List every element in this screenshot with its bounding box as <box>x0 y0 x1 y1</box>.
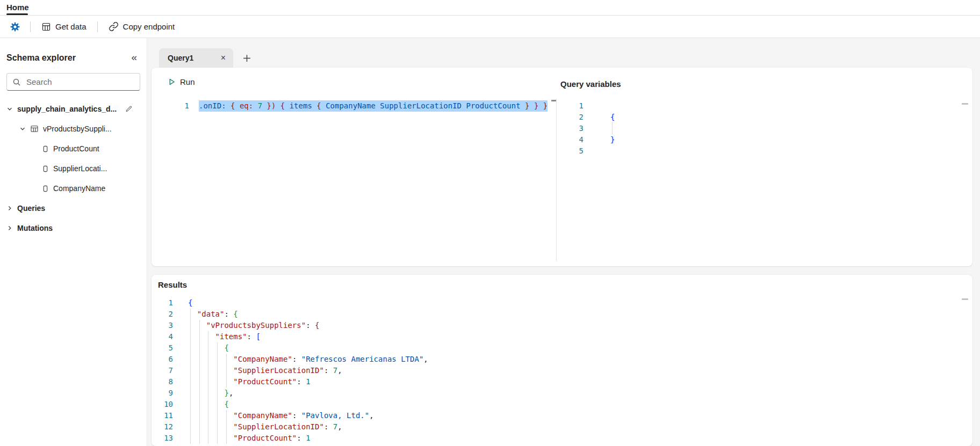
line-number: 1 <box>152 297 173 309</box>
search-box <box>6 73 140 91</box>
settings-button[interactable] <box>5 18 25 35</box>
schema-explorer-title: Schema explorer <box>6 53 76 63</box>
code-text: { <box>188 297 192 309</box>
code-text: "SupplierLocationID": 7, <box>188 365 342 376</box>
active-tab-indicator <box>6 13 28 15</box>
tree-item-mutations[interactable]: Mutations <box>6 220 140 237</box>
code-line[interactable]: 1.onID: { eq: 7 }) { items { CompanyName… <box>163 100 551 112</box>
tree-item-field[interactable]: SupplierLocati... <box>6 160 140 177</box>
code-line[interactable]: 5 { <box>152 342 959 354</box>
tab-query1[interactable]: Query1 × <box>159 48 233 68</box>
code-line[interactable]: 4} <box>571 134 947 145</box>
code-line[interactable]: 2{ <box>571 112 947 123</box>
tree-item-label: Queries <box>17 204 45 213</box>
code-line[interactable]: 5 <box>571 145 947 157</box>
code-text: "vProductsbySuppliers": { <box>188 320 319 331</box>
chevron-down-icon[interactable] <box>19 126 26 132</box>
line-number: 2 <box>571 112 583 123</box>
schema-explorer-panel: Schema explorer « supply_chain_analytics… <box>0 38 147 446</box>
code-line[interactable]: 6 "CompanyName": "Refrescos Americanas L… <box>152 354 959 365</box>
add-tab-button[interactable] <box>240 51 254 65</box>
query-editor[interactable]: 1.onID: { eq: 7 }) { items { CompanyName… <box>163 100 551 112</box>
get-data-icon <box>41 22 51 32</box>
line-number: 6 <box>152 354 173 365</box>
schema-tree: supply_chain_analytics_d... v <box>6 100 140 237</box>
tree-item-label: supply_chain_analytics_d... <box>17 105 117 113</box>
toolbar-separator <box>30 21 31 32</box>
toolbar-separator <box>97 21 98 32</box>
ribbon-tab-strip: Home <box>0 0 980 16</box>
tree-item-label: Mutations <box>17 224 53 232</box>
get-data-label: Get data <box>55 22 87 31</box>
code-line[interactable]: 10 { <box>152 399 959 410</box>
table-icon <box>30 125 39 133</box>
line-number: 5 <box>152 342 173 354</box>
tree-item-label: vProductsbySuppli... <box>43 125 112 133</box>
code-text: .onID: { eq: 7 }) { items { CompanyName … <box>199 100 547 112</box>
code-line[interactable]: 2 "data": { <box>152 309 959 320</box>
line-number: 12 <box>152 421 173 433</box>
code-line[interactable]: 8 "ProductCount": 1 <box>152 376 959 387</box>
code-line[interactable]: 9 }, <box>152 387 959 399</box>
chevron-down-icon[interactable] <box>6 106 13 112</box>
code-text: }, <box>188 387 233 399</box>
collapse-panel-icon[interactable]: « <box>131 52 140 63</box>
toolbar: Get data Copy endpoint <box>0 16 980 38</box>
code-line[interactable]: 13 "ProductCount": 1 <box>152 433 959 444</box>
home-tab-label: Home <box>6 3 29 12</box>
field-icon <box>42 165 49 172</box>
close-tab-icon[interactable]: × <box>219 54 228 62</box>
chevron-right-icon[interactable] <box>6 205 13 211</box>
code-text: "data": { <box>188 309 238 320</box>
line-number: 11 <box>152 410 173 421</box>
indent-guide <box>226 410 227 444</box>
indent-guide <box>208 331 208 444</box>
code-line[interactable]: 4 "items": [ <box>152 331 959 342</box>
line-number: 8 <box>152 376 173 387</box>
field-icon <box>42 145 49 152</box>
code-text: "CompanyName": "Pavlova, Ltd.", <box>188 410 374 421</box>
tree-item-queries[interactable]: Queries <box>6 200 140 217</box>
code-line[interactable]: 7 "SupplierLocationID": 7, <box>152 365 959 376</box>
line-number: 3 <box>152 320 173 331</box>
line-number: 10 <box>152 399 173 410</box>
code-text: "ProductCount": 1 <box>188 376 311 387</box>
tab-home[interactable]: Home <box>6 3 29 15</box>
search-input[interactable] <box>25 77 140 87</box>
code-text: } <box>610 134 615 145</box>
copy-endpoint-button[interactable]: Copy endpoint <box>103 18 181 35</box>
line-number: 1 <box>163 100 189 112</box>
tree-item-database[interactable]: supply_chain_analytics_d... <box>6 100 140 118</box>
query-variables-editor[interactable]: 12{34}5 <box>571 100 947 157</box>
tree-item-field[interactable]: ProductCount <box>6 140 140 157</box>
results-title: Results <box>158 280 187 289</box>
line-number: 5 <box>571 145 583 157</box>
indent-guide <box>226 354 227 387</box>
search-icon <box>12 78 21 86</box>
code-text: "ProductCount": 1 <box>188 433 311 444</box>
code-line[interactable]: 3 <box>571 123 947 134</box>
code-line[interactable]: 1 <box>571 100 947 112</box>
code-line[interactable]: 1{ <box>152 297 959 309</box>
tree-item-label: CompanyName <box>53 184 105 193</box>
get-data-button[interactable]: Get data <box>36 18 92 35</box>
code-text: "SupplierLocationID": 7, <box>188 421 342 433</box>
tree-item-field[interactable]: CompanyName <box>6 180 140 197</box>
indent-guide <box>612 122 612 135</box>
indent-guide <box>199 320 200 444</box>
results-editor[interactable]: 1{2 "data": {3 "vProductsbySuppliers": {… <box>152 297 959 444</box>
line-number: 4 <box>571 134 583 145</box>
tree-item-table[interactable]: vProductsbySuppli... <box>6 120 140 137</box>
run-label: Run <box>180 77 195 86</box>
results-panel: Results 1{2 "data": {3 "vProductsbySuppl… <box>152 275 972 446</box>
run-button[interactable]: Run <box>163 75 199 89</box>
code-line[interactable]: 11 "CompanyName": "Pavlova, Ltd.", <box>152 410 959 421</box>
link-icon <box>109 21 119 32</box>
chevron-right-icon[interactable] <box>6 225 13 231</box>
line-number: 2 <box>152 309 173 320</box>
code-line[interactable]: 12 "SupplierLocationID": 7, <box>152 421 959 433</box>
edit-icon[interactable] <box>125 105 133 113</box>
main-area: Query1 × Run 1.onID: { eq: 7 }) { items … <box>147 38 980 446</box>
line-number: 13 <box>152 433 173 444</box>
code-line[interactable]: 3 "vProductsbySuppliers": { <box>152 320 959 331</box>
